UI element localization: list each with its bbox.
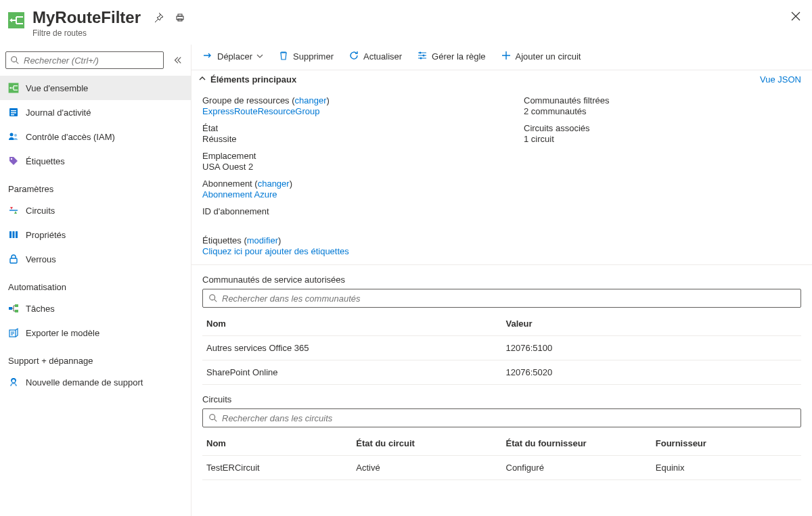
column-name: Nom [202,319,502,329]
add-circuit-button[interactable]: Ajouter un circuit [501,50,581,63]
state-value: Réussite [202,134,497,144]
svg-rect-9 [11,112,16,114]
resource-group-value[interactable]: ExpressRouteResourceGroup [202,106,497,116]
add-tags-link[interactable]: Cliquez ici pour ajouter des étiquettes [202,246,801,256]
add-icon [501,50,512,63]
subscription-id-label: ID d'abonnement [202,206,497,216]
communities-search-input[interactable] [222,294,795,304]
circuits-search-input[interactable] [222,413,795,423]
essentials-title: Éléments principaux [210,74,760,85]
table-row[interactable]: SharePoint Online 12076:5020 [202,360,801,385]
sidebar-item-label: Étiquettes [26,156,65,166]
sidebar-item-label: Circuits [26,206,55,216]
column-value: Valeur [502,319,802,329]
community-value: 12076:5100 [502,343,802,353]
edit-tags-link[interactable]: modifier [247,235,278,245]
tags-label: Étiquettes (modifier) [202,235,801,245]
close-icon[interactable] [790,11,801,24]
subscription-id-value [202,217,497,227]
associated-circuits-label: Circuits associés [524,123,801,133]
communities-search[interactable] [202,289,801,308]
circuits-title: Circuits [202,394,801,404]
iam-icon [8,131,19,142]
svg-rect-21 [15,304,18,307]
svg-rect-8 [11,110,16,112]
toolbar: Déplacer Supprimer Actualiser Gérer la r… [191,45,812,70]
circuits-table-header: Nom État du circuit État du fournisseur … [202,431,801,456]
subscription-value[interactable]: Abonnement Azure [202,189,497,200]
sidebar-search-input[interactable] [24,55,159,66]
circuit-provider: Equinix [652,463,801,473]
sidebar: Vue d'ensemble Journal d'activité Contrô… [0,45,191,516]
sidebar-item-activity-log[interactable]: Journal d'activité [0,100,191,124]
sidebar-item-label: Journal d'activité [26,108,91,118]
circuit-state: Activé [352,463,501,473]
essentials-panel: Éléments principaux Vue JSON Groupe de r… [191,70,812,265]
page-title: MyRouteFilter [32,8,141,27]
sidebar-item-circuits[interactable]: Circuits [0,198,191,222]
subscription-label: Abonnement (changer) [202,179,497,189]
search-icon [208,413,218,423]
tasks-icon [8,303,19,314]
support-icon [8,377,19,388]
move-button[interactable]: Déplacer [202,50,263,63]
manage-rule-icon [417,50,428,63]
sidebar-item-overview[interactable]: Vue d'ensemble [0,76,191,100]
print-icon[interactable] [175,12,185,25]
sidebar-item-label: Vue d'ensemble [26,83,88,93]
delete-button[interactable]: Supprimer [278,50,334,63]
overview-icon [8,83,19,93]
svg-point-28 [210,295,215,300]
svg-rect-10 [11,114,14,116]
circuit-name: TestERCircuit [202,463,352,473]
svg-rect-17 [13,231,15,238]
svg-point-4 [12,57,17,62]
sidebar-item-label: Verrous [26,254,56,264]
community-name: SharePoint Online [202,367,502,377]
svg-point-12 [14,134,17,137]
collapse-sidebar-icon[interactable] [169,52,185,68]
view-json-link[interactable]: Vue JSON [760,74,801,85]
change-subscription-link[interactable]: changer [258,179,290,189]
toolbar-label: Supprimer [293,51,334,62]
toolbar-label: Ajouter un circuit [516,51,581,62]
sidebar-item-tags[interactable]: Étiquettes [0,149,191,173]
properties-icon [8,229,19,240]
circuits-search[interactable] [202,408,801,427]
sidebar-search[interactable] [5,51,164,69]
sidebar-item-iam[interactable]: Contrôle d'accès (IAM) [0,124,191,149]
sidebar-section-support: Support + dépannage [0,345,191,370]
sidebar-item-tasks[interactable]: Tâches [0,296,191,321]
locks-icon [8,254,19,264]
toolbar-label: Déplacer [217,51,252,62]
pin-icon[interactable] [153,12,164,25]
essentials-toggle[interactable]: Éléments principaux Vue JSON [191,70,812,89]
location-value: USA Ouest 2 [202,162,497,172]
toolbar-label: Actualiser [363,51,402,62]
change-resource-group-link[interactable]: changer [295,95,327,105]
sidebar-item-export-template[interactable]: Exporter le modèle [0,321,191,345]
svg-rect-2 [178,14,182,16]
svg-rect-20 [9,307,12,310]
filtered-communities-value: 2 communautés [524,106,801,116]
resource-icon [7,11,26,30]
community-value: 12076:5020 [502,367,802,377]
refresh-button[interactable]: Actualiser [348,50,402,63]
refresh-icon [348,50,359,63]
chevron-up-icon [198,74,206,85]
manage-rule-button[interactable]: Gérer la règle [417,50,485,63]
table-row[interactable]: Autres services Office 365 12076:5100 [202,336,801,360]
sidebar-section-settings: Paramètres [0,173,191,198]
table-row[interactable]: TestERCircuit Activé Configuré Equinix [202,456,801,480]
associated-circuits-value: 1 circuit [524,134,801,144]
blade-header: MyRouteFilter Filtre de routes [0,0,812,45]
sidebar-item-locks[interactable]: Verrous [0,247,191,271]
svg-marker-15 [14,211,17,214]
filtered-communities-label: Communautés filtrées [524,95,801,105]
communities-table-header: Nom Valeur [202,312,801,336]
communities-section: Communautés de service autorisées Nom Va… [191,265,812,385]
svg-point-13 [11,158,12,160]
sidebar-item-new-support-request[interactable]: Nouvelle demande de support [0,370,191,394]
search-icon [208,294,218,303]
sidebar-item-properties[interactable]: Propriétés [0,222,191,247]
